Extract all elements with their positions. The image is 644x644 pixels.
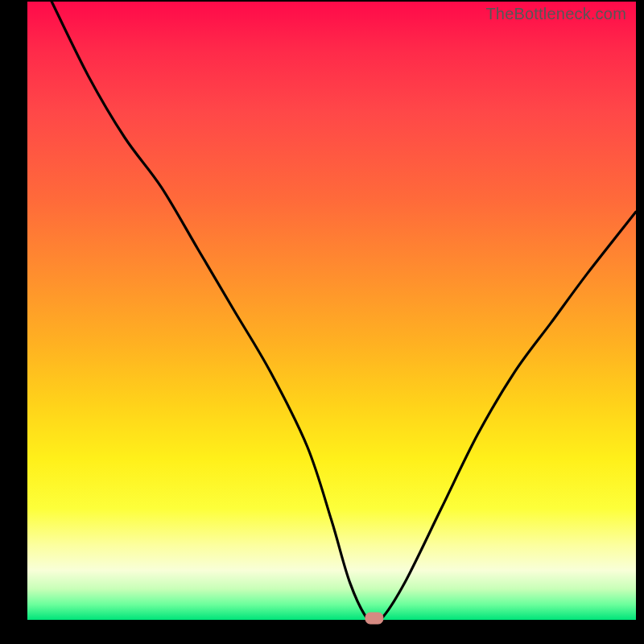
bottleneck-curve [27, 2, 636, 620]
chart-frame: TheBottleneck.com [0, 0, 644, 644]
curve-line [52, 2, 636, 625]
optimum-marker [365, 613, 383, 624]
plot-area: TheBottleneck.com [27, 2, 636, 620]
